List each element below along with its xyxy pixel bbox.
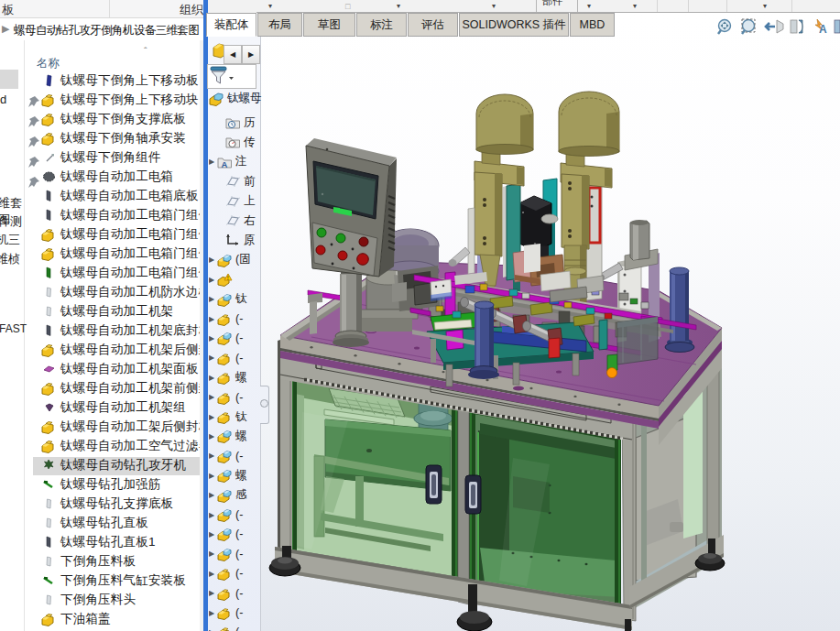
svg-text:A: A bbox=[222, 158, 228, 169]
svg-text:!: ! bbox=[227, 275, 229, 281]
svg-text:A: A bbox=[819, 23, 827, 36]
